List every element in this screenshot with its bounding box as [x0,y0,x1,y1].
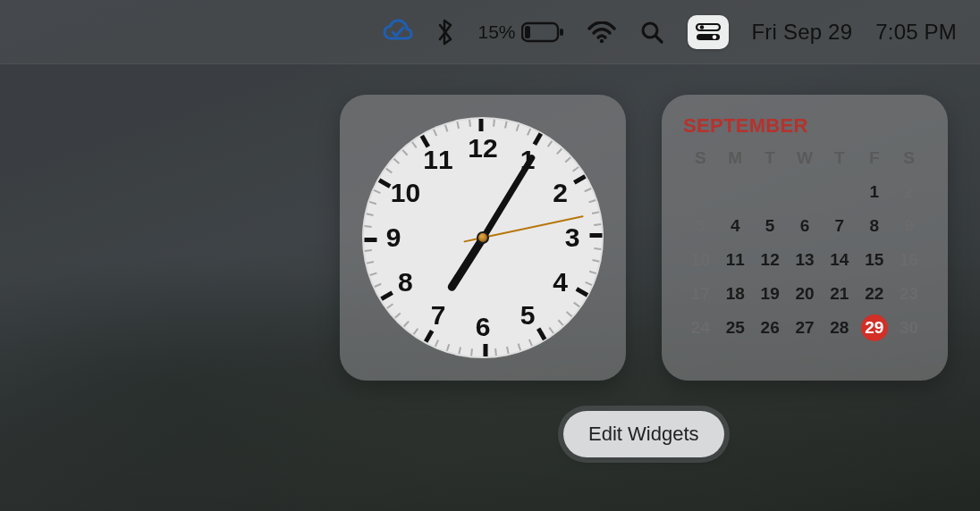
calendar-day[interactable]: 29 [857,316,891,339]
control-center-icon[interactable] [688,15,729,49]
clock-numeral: 10 [391,178,420,208]
battery-status[interactable]: 15% [477,21,563,43]
menu-bar-date[interactable]: Fri Sep 29 [752,20,853,45]
clock-tick [370,272,377,276]
calendar-day[interactable]: 2 [891,180,926,204]
clock-numeral: 9 [386,222,401,253]
clock-tick [411,141,417,148]
calendar-day[interactable]: 23 [891,282,926,306]
calendar-day[interactable]: 10 [683,248,718,272]
clock-tick [527,129,531,136]
clock-tick [367,261,374,264]
calendar-day[interactable]: 14 [822,248,857,272]
clock-tick [435,339,439,347]
clock-tick [446,344,450,351]
svg-rect-1 [560,29,563,36]
clock-tick [575,287,588,297]
calendar-day[interactable]: 28 [822,316,857,339]
clock-tick [573,174,587,184]
calendar-day[interactable]: 9 [891,214,926,238]
clock-tick [369,201,376,205]
clock-tick [483,344,487,356]
clock-tick [456,121,460,129]
calendar-empty [718,180,753,204]
clock-tick [377,179,391,188]
clock-tick [506,347,510,354]
calendar-day[interactable]: 21 [822,282,857,306]
calendar-grid: SMTWTFS123456789101112131415161718192021… [683,147,926,339]
calendar-widget[interactable]: SEPTEMBER SMTWTFS12345678910111213141516… [662,95,948,381]
clock-tick [589,271,596,274]
clock-tick [588,199,596,203]
clock-center-pin [477,231,489,244]
menu-bar-time[interactable]: 7:05 PM [875,20,957,45]
calendar-day[interactable]: 26 [753,316,788,339]
clock-tick [518,343,521,350]
clock-tick [592,211,599,214]
clock-tick [366,213,373,216]
clock-hour-hand [446,236,486,293]
wifi-icon[interactable] [587,21,616,43]
calendar-day[interactable]: 3 [683,214,718,238]
calendar-day[interactable]: 20 [788,282,823,306]
calendar-month-label: SEPTEMBER [683,114,926,138]
calendar-day[interactable]: 24 [683,316,718,339]
search-icon[interactable] [639,20,664,45]
svg-line-5 [655,36,662,42]
clock-tick [592,259,599,263]
time-label: 7:05 PM [875,20,957,45]
calendar-empty [753,180,788,204]
calendar-day[interactable]: 16 [891,248,926,272]
clock-tick [584,188,591,192]
clock-tick [374,283,381,288]
calendar-day[interactable]: 27 [788,316,823,339]
calendar-day[interactable]: 1 [857,180,891,204]
clock-tick [572,166,579,172]
calendar-day[interactable]: 5 [753,214,788,238]
calendar-dow: M [718,147,753,170]
calendar-day[interactable]: 15 [857,248,891,272]
cloud-app-icon[interactable] [383,19,413,46]
calendar-dow: T [822,147,857,170]
clock-tick [494,348,497,356]
battery-icon [521,21,564,43]
calendar-day[interactable]: 19 [753,282,788,306]
calendar-day[interactable]: 4 [718,214,753,238]
clock-tick [444,125,448,132]
edit-widgets-button[interactable]: Edit Widgets [563,411,724,457]
calendar-day[interactable]: 11 [718,248,753,272]
svg-point-3 [599,38,603,42]
svg-point-9 [712,35,716,39]
clock-tick [536,328,546,341]
bluetooth-icon[interactable] [436,18,454,46]
clock-tick [433,129,437,136]
clock-tick [458,347,461,354]
clock-numeral: 5 [520,300,536,331]
calendar-day[interactable]: 8 [857,214,891,238]
calendar-day[interactable]: 7 [822,214,857,238]
clock-tick [470,348,473,356]
clock-tick [413,328,418,335]
svg-point-7 [699,25,704,29]
clock-tick [504,121,508,128]
calendar-empty [788,180,823,204]
edit-widgets-label: Edit Widgets [588,423,699,445]
clock-widget[interactable]: 121234567891011 [340,95,626,381]
calendar-day[interactable]: 12 [753,248,788,272]
calendar-dow: S [683,147,718,170]
clock-tick [478,119,483,131]
clock-tick [558,320,564,326]
clock-tick [374,189,381,194]
clock-tick [493,120,495,127]
calendar-day[interactable]: 30 [891,316,926,339]
calendar-day[interactable]: 17 [683,282,718,306]
calendar-day[interactable]: 18 [718,282,753,306]
calendar-dow: S [891,147,926,170]
calendar-empty [683,180,718,204]
calendar-day[interactable]: 25 [718,316,753,339]
calendar-day[interactable]: 6 [788,214,823,238]
calendar-day[interactable]: 22 [857,282,891,306]
clock-tick [548,327,553,334]
clock-tick [403,321,410,327]
calendar-day[interactable]: 13 [788,248,823,272]
